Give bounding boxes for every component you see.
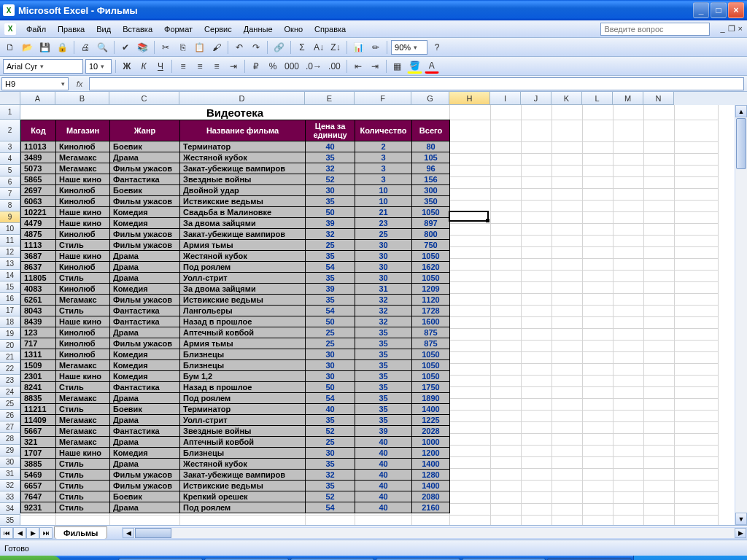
row-header-31[interactable]: 31 — [0, 468, 20, 480]
underline-button[interactable]: Ч — [153, 59, 168, 74]
row-header-1[interactable]: 1 — [0, 105, 20, 120]
col-header-A[interactable]: A — [20, 92, 55, 105]
cell-shop[interactable]: Стиль — [56, 273, 110, 284]
drawing-button[interactable]: ✏ — [368, 40, 383, 55]
cell-genre[interactable]: Драма — [110, 415, 180, 426]
cell-shop[interactable]: Кинолюб — [56, 327, 110, 338]
cell-total[interactable]: 1120 — [412, 295, 450, 306]
horizontal-scrollbar[interactable]: ◀ ▶ — [122, 527, 747, 539]
row-header-25[interactable]: 25 — [0, 398, 20, 410]
sheet-tab[interactable]: Фильмы — [54, 526, 107, 539]
system-tray[interactable]: RU 🛡 🔊 🖧 K 💬 20:41 — [633, 556, 747, 560]
cell-qty[interactable]: 40 — [355, 448, 412, 459]
cell-genre[interactable]: Фильм ужасов — [110, 196, 180, 207]
cell-code[interactable]: 5469 — [21, 470, 56, 481]
cell-qty[interactable]: 40 — [355, 470, 412, 481]
cell-qty[interactable]: 40 — [355, 437, 412, 448]
cell-genre[interactable]: Фильм ужасов — [110, 295, 180, 306]
cell-code[interactable]: 9231 — [21, 502, 56, 513]
row-header-34[interactable]: 34 — [0, 503, 20, 515]
vertical-scrollbar[interactable]: ▲ ▼ — [735, 105, 747, 525]
table-row[interactable]: 8637КинолюбДрамаПод роялем54301620 — [21, 262, 450, 273]
cell-price[interactable]: 40 — [306, 141, 355, 152]
cell-shop[interactable]: Стиль — [56, 240, 110, 251]
cell-code[interactable]: 1707 — [21, 448, 56, 459]
cell-shop[interactable]: Мегамакс — [56, 415, 110, 426]
cell-qty[interactable]: 25 — [355, 229, 412, 240]
paste-button[interactable]: 📋 — [192, 40, 207, 55]
cell-total[interactable]: 1209 — [412, 284, 450, 295]
cell-qty[interactable]: 30 — [355, 240, 412, 251]
ask-question-input[interactable] — [600, 23, 710, 36]
cell-total[interactable]: 105 — [412, 152, 450, 163]
table-row[interactable]: 1707Наше киноКомедияБлизнецы30401200 — [21, 448, 450, 459]
table-row[interactable]: 3885СтильДрамаЖестяной кубок35401400 — [21, 459, 450, 470]
table-row[interactable]: 8043СтильФантастикаЛангольеры54321728 — [21, 306, 450, 316]
font-combo[interactable]: Arial Cyr — [3, 59, 83, 74]
cell-code[interactable]: 1509 — [21, 360, 56, 371]
align-left-button[interactable]: ≡ — [176, 59, 190, 74]
cell-genre[interactable]: Комедия — [110, 349, 180, 360]
cell-shop[interactable]: Мегамакс — [56, 152, 110, 163]
cell-total[interactable]: 1050 — [412, 251, 450, 262]
cell-code[interactable]: 3687 — [21, 251, 56, 262]
cell-total[interactable]: 875 — [412, 338, 450, 349]
cell-qty[interactable]: 40 — [355, 459, 412, 470]
doc-close-button[interactable]: × — [738, 24, 743, 34]
cell-price[interactable]: 35 — [306, 459, 355, 470]
menu-edit[interactable]: Правка — [53, 23, 89, 35]
print-button[interactable]: 🖨 — [78, 40, 93, 55]
cell-name[interactable]: Армия тьмы — [180, 338, 306, 349]
row-header-7[interactable]: 7 — [0, 188, 20, 200]
col-qty[interactable]: Количество — [355, 120, 412, 141]
table-row[interactable]: 4479Наше киноКомедияЗа двома зайцями3923… — [21, 218, 450, 229]
cell-genre[interactable]: Комедия — [110, 218, 180, 229]
cell-code[interactable]: 1113 — [21, 240, 56, 251]
cell-code[interactable]: 11409 — [21, 415, 56, 426]
cell-total[interactable]: 80 — [412, 141, 450, 152]
cell-price[interactable]: 25 — [306, 437, 355, 448]
cell-name[interactable]: Близнецы — [180, 448, 306, 459]
cell-total[interactable]: 300 — [412, 185, 450, 196]
cell-shop[interactable]: Кинолюб — [56, 284, 110, 295]
fontsize-combo[interactable]: 10 — [85, 59, 112, 74]
cell-qty[interactable]: 10 — [355, 185, 412, 196]
cell-price[interactable]: 54 — [306, 502, 355, 513]
cell-code[interactable]: 4083 — [21, 284, 56, 295]
menu-help[interactable]: Справка — [310, 23, 350, 35]
dec-decimal-button[interactable]: .00 — [326, 59, 343, 74]
font-color-button[interactable]: A — [425, 59, 439, 74]
comma-button[interactable]: 000 — [282, 59, 301, 74]
cell-shop[interactable]: Стиль — [56, 306, 110, 316]
cell-shop[interactable]: Стиль — [56, 491, 110, 502]
col-header-K[interactable]: K — [551, 92, 582, 105]
cell-price[interactable]: 30 — [306, 349, 355, 360]
cell-code[interactable]: 3885 — [21, 459, 56, 470]
col-header-J[interactable]: J — [521, 92, 551, 105]
cell-genre[interactable]: Драма — [110, 152, 180, 163]
cell-genre[interactable]: Фантастика — [110, 174, 180, 185]
cell-genre[interactable]: Комедия — [110, 284, 180, 295]
table-row[interactable]: 3489МегамаксДрамаЖестяной кубок353105 — [21, 152, 450, 163]
cell-shop[interactable]: Мегамакс — [56, 360, 110, 371]
row-header-13[interactable]: 13 — [0, 258, 20, 270]
cell-price[interactable]: 54 — [306, 393, 355, 404]
doc-minimize-button[interactable]: _ — [720, 24, 724, 34]
align-right-button[interactable]: ≡ — [209, 59, 224, 74]
menu-window[interactable]: Окно — [280, 23, 308, 35]
row-header-4[interactable]: 4 — [0, 153, 20, 165]
close-button[interactable]: × — [728, 2, 744, 18]
cell-shop[interactable]: Стиль — [56, 502, 110, 513]
cell-code[interactable]: 123 — [21, 327, 56, 338]
menu-tools[interactable]: Сервис — [200, 23, 236, 35]
row-header-22[interactable]: 22 — [0, 363, 20, 375]
cell-total[interactable]: 156 — [412, 174, 450, 185]
row-header-10[interactable]: 10 — [0, 223, 20, 235]
cell-genre[interactable]: Фантастика — [110, 316, 180, 327]
cell-name[interactable]: Двойной удар — [180, 185, 306, 196]
fill-color-button[interactable]: 🪣 — [407, 59, 422, 74]
col-genre[interactable]: Жанр — [110, 120, 180, 141]
table-row[interactable]: 11211СтильБоевикТерминатор40351400 — [21, 404, 450, 415]
cell-total[interactable]: 350 — [412, 196, 450, 207]
cell-shop[interactable]: Наше кино — [56, 174, 110, 185]
